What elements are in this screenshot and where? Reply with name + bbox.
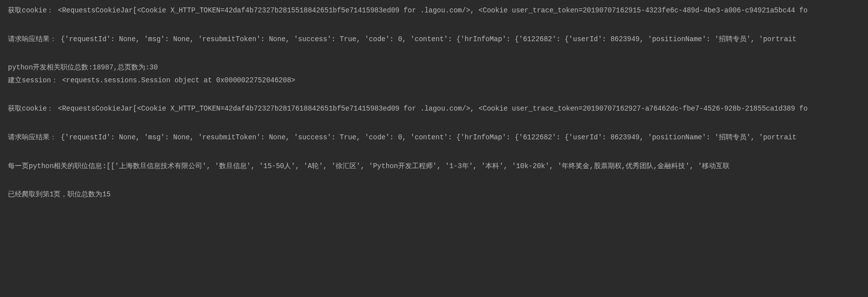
- blank-line: [8, 47, 860, 63]
- blank-line: [8, 174, 860, 190]
- console-line: 请求响应结果： {'requestId': None, 'msg': None,…: [8, 35, 860, 45]
- console-line: 已经爬取到第1页，职位总数为15: [8, 190, 860, 200]
- console-line: 建立session： <requests.sessions.Session ob…: [8, 76, 860, 86]
- blank-line: [8, 19, 860, 35]
- console-line: 每一页python相关的职位信息:[['上海数旦信息技术有限公司', '数旦信息…: [8, 162, 860, 172]
- console-line: 请求响应结果： {'requestId': None, 'msg': None,…: [8, 133, 860, 143]
- console-line: 获取cookie： <RequestsCookieJar[<Cookie X_H…: [8, 104, 860, 114]
- blank-line: [8, 88, 860, 104]
- blank-line: [8, 146, 860, 162]
- blank-line: [8, 117, 860, 133]
- console-line: python开发相关职位总数:18987,总页数为:30: [8, 63, 860, 73]
- console-output: 获取cookie： <RequestsCookieJar[<Cookie X_H…: [8, 6, 860, 200]
- console-line: 获取cookie： <RequestsCookieJar[<Cookie X_H…: [8, 6, 860, 16]
